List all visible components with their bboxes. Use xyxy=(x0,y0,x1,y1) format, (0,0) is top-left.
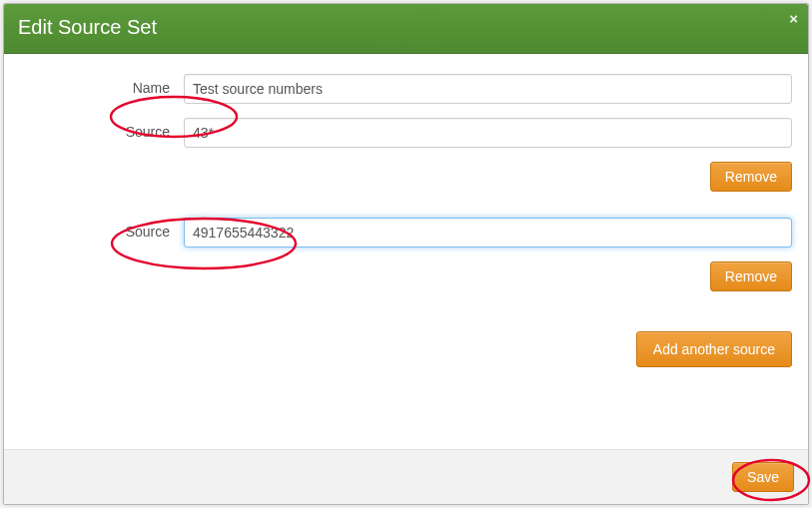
dialog-header: Edit Source Set × xyxy=(4,4,808,54)
source-label-1: Source xyxy=(14,218,184,240)
source-row-1: Source xyxy=(14,218,798,248)
remove-bar-0: Remove xyxy=(14,162,798,192)
source-label-0: Source xyxy=(14,118,184,140)
close-icon[interactable]: × xyxy=(789,10,798,27)
dialog-title: Edit Source Set xyxy=(18,16,157,38)
add-another-bar: Add another source xyxy=(14,331,798,367)
name-input[interactable] xyxy=(184,74,792,104)
source-input-0[interactable] xyxy=(184,118,792,148)
dialog-body: Name Source Remove Source Remove Add ano… xyxy=(4,54,808,449)
name-label: Name xyxy=(14,74,184,96)
source-input-1[interactable] xyxy=(184,218,792,248)
save-button[interactable]: Save xyxy=(732,462,794,492)
dialog-footer: Save xyxy=(4,449,808,504)
remove-bar-1: Remove xyxy=(14,261,798,291)
add-another-button[interactable]: Add another source xyxy=(636,331,792,367)
remove-button-0[interactable]: Remove xyxy=(710,162,792,192)
edit-source-set-dialog: Edit Source Set × Name Source Remove Sou… xyxy=(3,3,809,505)
name-row: Name xyxy=(14,74,798,104)
remove-button-1[interactable]: Remove xyxy=(710,261,792,291)
source-row-0: Source xyxy=(14,118,798,148)
